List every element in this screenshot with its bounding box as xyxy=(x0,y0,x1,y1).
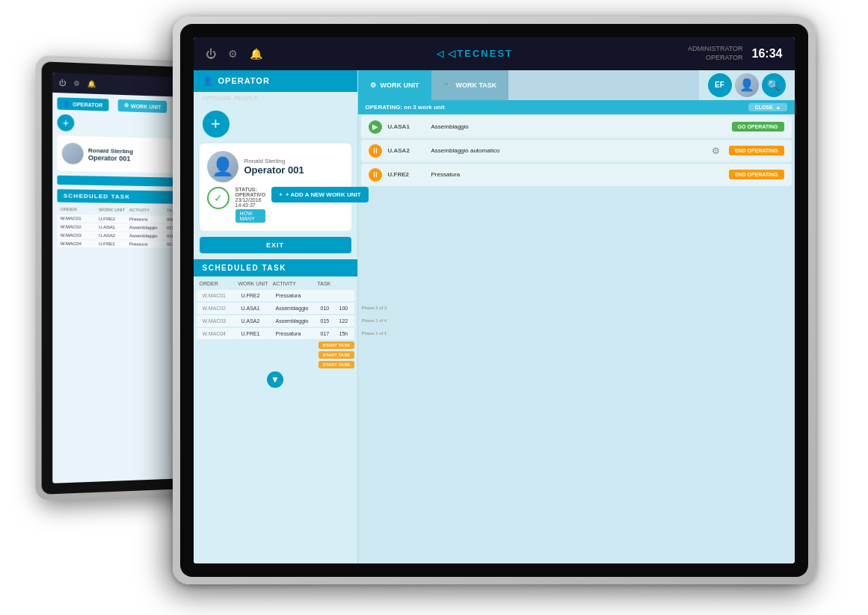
front-avatar: 👤 xyxy=(207,151,238,182)
front-status-label: STATUS: OPERATIVO xyxy=(236,187,266,197)
wu-code-1: U.ASA1 xyxy=(388,123,425,130)
wu-play-icon-1: ▶ xyxy=(369,120,382,134)
front-task-row-4: W.MAC04 U.FRE1 Pressatura 017 15h Phase … xyxy=(197,328,354,339)
front-wu-item-2: ⏸ U.ASA2 Assemblaggio automatico ⚙ END O… xyxy=(361,140,792,162)
front-op-name-small: Ronald Sterling xyxy=(244,158,344,164)
front-wu-item-3: ⏸ U.FRE2 Pressatura END OPERATING xyxy=(361,164,792,186)
front-add-button[interactable]: + xyxy=(203,111,230,137)
avatar-photo[interactable]: 👤 xyxy=(735,73,759,97)
wu-code-3: U.FRE2 xyxy=(388,171,425,178)
front-add-work-button[interactable]: + + ADD A NEW WORK UNIT xyxy=(271,187,368,203)
front-down-button[interactable]: ▼ xyxy=(267,371,283,388)
front-start-task-btn-4[interactable]: START TASK xyxy=(318,361,354,368)
front-op-details: Ronald Sterling Operator 001 xyxy=(244,158,344,176)
front-status-info: STATUS: OPERATIVO 23/12/2016 14:43:37 HO… xyxy=(236,187,266,223)
front-right-panel: ⚙ WORK UNIT 🔧 WORK TASK EF 👤 xyxy=(358,70,795,563)
front-time: 16:34 xyxy=(752,47,783,61)
avatar-ef[interactable]: EF xyxy=(708,73,732,97)
front-how-many-button[interactable]: HOW MANY xyxy=(236,209,266,223)
front-avatar-img: 👤 xyxy=(212,156,234,177)
front-body: 👤 OPERATOR OPTIONAL PEOPLE + 👤 xyxy=(194,70,795,563)
front-status-circle: ✓ xyxy=(207,187,230,209)
search-icon[interactable]: 🔍 xyxy=(762,73,786,97)
wu-name-3: Pressatura xyxy=(431,171,723,178)
front-screen: ⏻ ⚙ 🔔 ◁ ◁TECNEST ADMINISTRATOR OPERATOR … xyxy=(194,37,795,563)
wrench-icon-tab2: 🔧 xyxy=(443,81,452,89)
scene: ⏻ ⚙ 🔔 ◁ TECNEST 👤 OPERATOR ⚙ WO xyxy=(23,16,846,599)
front-task-row-2: W.MAC02 U.ASA1 Assemblaggio 010 100 Phas… xyxy=(197,303,354,314)
front-start-buttons: START TASK START TASK START TASK xyxy=(194,340,357,368)
front-exit-button[interactable]: EXIT xyxy=(200,237,351,253)
wu-end-operating-btn-2[interactable]: END OPERATING xyxy=(729,146,784,155)
front-bell-icon[interactable]: 🔔 xyxy=(250,48,262,60)
wu-gear-icon-2: ⚙ xyxy=(712,146,720,156)
tab-work-unit[interactable]: ⚙ WORK UNIT xyxy=(358,70,431,100)
front-task-row-1: W.MAC01 U.FRE2 Pressatura xyxy=(197,290,354,301)
back-workunit-button[interactable]: ⚙ WORK UNIT xyxy=(117,99,167,112)
front-op-status-wrap: ✓ STATUS: OPERATIVO 23/12/2016 14:43:37 … xyxy=(207,187,344,223)
front-start-task-btn-3[interactable]: START TASK xyxy=(318,351,354,359)
front-power-icon[interactable]: ⏻ xyxy=(206,48,216,60)
wu-end-operating-btn-3[interactable]: END OPERATING xyxy=(729,170,784,179)
front-operator-header: 👤 OPERATOR xyxy=(194,70,357,92)
front-optional-label: OPTIONAL PEOPLE xyxy=(194,92,357,105)
front-wu-items: ▶ U.ASA1 Assemblaggio GO OPERATING ⏸ U.A… xyxy=(358,114,795,188)
front-operator-card: 👤 Ronald Sterling Operator 001 ✓ xyxy=(200,143,351,231)
back-operator-button[interactable]: 👤 OPERATOR xyxy=(57,97,108,111)
front-topbar: ⏻ ⚙ 🔔 ◁ ◁TECNEST ADMINISTRATOR OPERATOR … xyxy=(194,37,795,70)
gear-icon-tab1: ⚙ xyxy=(370,81,376,89)
front-monitor: ⏻ ⚙ 🔔 ◁ ◁TECNEST ADMINISTRATOR OPERATOR … xyxy=(173,16,816,584)
back-settings-icon[interactable]: ⚙ xyxy=(73,79,79,87)
back-power-icon[interactable]: ⏻ xyxy=(58,78,65,87)
front-user-label: ADMINISTRATOR OPERATOR xyxy=(688,45,743,62)
front-tab-avatars: EF 👤 🔍 xyxy=(699,70,795,100)
front-scheduled-label: SCHEDULED TASK xyxy=(194,259,357,276)
wu-play-icon-2: ⏸ xyxy=(369,144,382,158)
wu-name-2: Assemblaggio automatico xyxy=(431,147,706,154)
front-task-table-header: ORDERWORK UNITACTIVITYTASK xyxy=(194,279,357,288)
front-tabs: ⚙ WORK UNIT 🔧 WORK TASK EF 👤 xyxy=(358,70,795,100)
front-op-card-top: 👤 Ronald Sterling Operator 001 xyxy=(207,151,344,182)
front-close-button[interactable]: CLOSE ▲ xyxy=(748,103,787,111)
wu-go-operating-btn-1[interactable]: GO OPERATING xyxy=(732,122,784,132)
front-logo: ◁ ◁TECNEST xyxy=(437,48,513,59)
back-bell-icon[interactable]: 🔔 xyxy=(87,80,95,88)
tab-work-task[interactable]: 🔧 WORK TASK xyxy=(431,70,509,100)
back-avatar xyxy=(61,142,83,164)
up-arrow-icon: ▲ xyxy=(776,105,781,110)
front-settings-icon[interactable]: ⚙ xyxy=(228,48,238,60)
front-logo-icon: ◁ xyxy=(437,49,445,59)
wu-name-1: Assemblaggio xyxy=(431,123,726,130)
wu-play-icon-3: ⏸ xyxy=(369,168,382,182)
front-task-row-3: W.MAC03 U.ASA2 Assemblaggio 015 122 Phas… xyxy=(197,315,354,327)
front-status-date: 23/12/2016 14:43:37 xyxy=(236,197,266,208)
front-op-name-big: Operator 001 xyxy=(244,164,344,176)
front-left-panel: 👤 OPERATOR OPTIONAL PEOPLE + 👤 xyxy=(194,70,358,563)
wu-code-2: U.ASA2 xyxy=(388,147,425,154)
front-start-task-btn-2[interactable]: START TASK xyxy=(318,342,354,349)
back-add-button[interactable]: + xyxy=(57,114,74,131)
front-operating-bar: OPERATING: on 3 work unit CLOSE ▲ xyxy=(358,100,795,114)
front-topbar-right: ADMINISTRATOR OPERATOR 16:34 xyxy=(688,45,783,62)
front-wu-item-1: ▶ U.ASA1 Assemblaggio GO OPERATING xyxy=(361,116,792,138)
front-bezel: ⏻ ⚙ 🔔 ◁ ◁TECNEST ADMINISTRATOR OPERATOR … xyxy=(180,24,808,577)
